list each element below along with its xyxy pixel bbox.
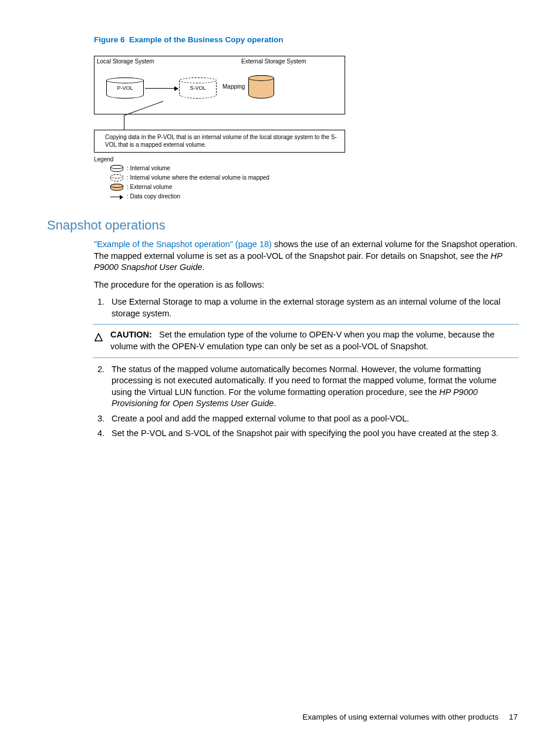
caution-block: △ CAUTION: Set the emulation type of the… xyxy=(93,324,519,357)
footer-text: Examples of using external volumes with … xyxy=(302,713,498,721)
legend-title: Legend xyxy=(94,156,519,163)
legend-item: : Data copy direction xyxy=(127,193,180,200)
arrow-icon xyxy=(110,193,123,200)
step-text: The status of the mapped volume automati… xyxy=(112,364,519,410)
diagram-note-text: Copying data in the P-VOL that is an int… xyxy=(105,134,337,148)
procedure-lead: The procedure for the operation is as fo… xyxy=(94,279,519,291)
legend-item: : Internal volume where the external vol… xyxy=(127,174,269,181)
intro-end: . xyxy=(203,262,205,272)
note-connector-line xyxy=(124,115,177,130)
diagram-note: Copying data in the P-VOL that is an int… xyxy=(94,130,345,153)
step-text: Set the P-VOL and S-VOL of the Snapshot … xyxy=(112,428,519,440)
figure-title: Example of the Business Copy operation xyxy=(129,35,284,44)
step-number: 1. xyxy=(94,296,112,319)
svol-cylinder-icon: S-VOL xyxy=(179,77,217,99)
step-number: 4. xyxy=(94,428,112,440)
local-system-label: Local Storage System xyxy=(97,58,154,65)
external-system-label: External Storage System xyxy=(241,58,306,65)
step-text: Create a pool and add the mapped externa… xyxy=(112,413,519,425)
intro-paragraph: "Example of the Snapshot operation" (pag… xyxy=(94,239,519,274)
caution-triangle-icon: △ xyxy=(93,329,104,352)
mapping-label: Mapping xyxy=(222,83,245,90)
page-number: 17 xyxy=(509,713,518,721)
page-footer: Examples of using external volumes with … xyxy=(302,713,518,721)
list-item: 2. The status of the mapped volume autom… xyxy=(94,364,519,410)
caution-label: CAUTION: xyxy=(110,330,152,339)
mapped-volume-icon xyxy=(110,174,123,181)
external-volume-cylinder-icon xyxy=(248,75,274,99)
legend: Legend : Internal volume : Internal volu… xyxy=(94,156,519,200)
cross-reference-link[interactable]: "Example of the Snapshot operation" (pag… xyxy=(94,239,272,249)
section-heading: Snapshot operations xyxy=(47,218,519,233)
step-text: Use External Storage to map a volume in … xyxy=(112,296,519,319)
list-item: 3. Create a pool and add the mapped exte… xyxy=(94,413,519,425)
step-number: 2. xyxy=(94,364,112,410)
legend-item: : Internal volume xyxy=(127,164,170,172)
copy-arrow-icon xyxy=(145,88,178,89)
caution-text: Set the emulation type of the volume to … xyxy=(110,330,494,351)
diagram-frame: Local Storage System External Storage Sy… xyxy=(94,56,345,114)
caution-body: CAUTION: Set the emulation type of the v… xyxy=(110,329,519,352)
list-item: 4. Set the P-VOL and S-VOL of the Snapsh… xyxy=(94,428,519,440)
legend-item: : External volume xyxy=(127,183,172,191)
pvol-cylinder-icon: P-VOL xyxy=(106,77,144,99)
figure-caption: Figure 6 Example of the Business Copy op… xyxy=(94,35,519,44)
external-volume-icon xyxy=(110,184,123,191)
figure-diagram: Local Storage System External Storage Sy… xyxy=(94,56,519,200)
svol-label: S-VOL xyxy=(180,85,216,91)
pvol-label: P-VOL xyxy=(107,85,143,91)
internal-volume-icon xyxy=(110,165,123,172)
list-item: 1. Use External Storage to map a volume … xyxy=(94,296,519,319)
step-number: 3. xyxy=(94,413,112,425)
figure-label: Figure 6 xyxy=(94,35,125,44)
